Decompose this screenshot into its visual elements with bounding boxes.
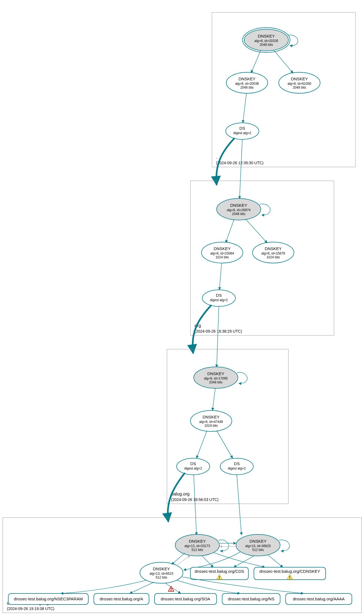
svg-text:digest alg=2: digest alg=2	[210, 298, 228, 302]
svg-text:DNSKEY: DNSKEY	[291, 76, 308, 81]
zone-org: org (2024-09-26 16:38:29 UTC) DNSKEY alg…	[190, 181, 334, 335]
svg-text:DS: DS	[216, 293, 222, 298]
node-dt-nsec3param: dnssec-test.balug.org/NSEC3PARAM	[8, 593, 88, 605]
svg-text:digest alg=2: digest alg=2	[184, 466, 202, 470]
svg-text:dnssec-test.balug.org/A: dnssec-test.balug.org/A	[100, 597, 143, 601]
svg-text:dnssec-test.balug.org/CDS: dnssec-test.balug.org/CDS	[195, 569, 244, 574]
node-root-ds: DS digest alg=2	[226, 123, 259, 139]
dnssec-graph: . (2024-09-26 12:39:30 UTC) DNSKEY alg=8…	[0, 0, 364, 615]
svg-text:alg=13, id=6523: alg=13, id=6523	[150, 572, 173, 576]
svg-text:1024 bits: 1024 bits	[267, 255, 280, 259]
node-org-ksk: DNSKEY alg=8, id=26974 2048 bits	[217, 198, 261, 220]
node-dt-ksk-33173: DNSKEY alg=13, id=33173 512 bits	[175, 534, 219, 556]
error-icon	[168, 586, 174, 591]
node-org-zsk-15678: DNSKEY alg=8, id=15678 1024 bits	[253, 242, 294, 263]
zone-dnssectest: dnssec-test.balug.org (2024-09-26 19:19:…	[3, 518, 362, 613]
svg-text:alg=8, id=20326: alg=8, id=20326	[254, 39, 278, 43]
svg-text:dnssec-test.balug.org/AAAA: dnssec-test.balug.org/AAAA	[293, 597, 345, 601]
svg-text:512 bits: 512 bits	[156, 576, 167, 579]
node-balug-ds2: DS digest alg=2	[220, 458, 253, 475]
svg-text:512 bits: 512 bits	[252, 548, 264, 552]
node-org-zsk-23064: DNSKEY alg=8, id=23064 1024 bits	[201, 242, 243, 263]
svg-text:2048 bits: 2048 bits	[293, 86, 306, 89]
svg-text:dnssec-test.balug.org/NS: dnssec-test.balug.org/NS	[228, 597, 274, 601]
node-dt-ksk-36925: DNSKEY alg=13, id=36925 512 bits	[236, 534, 280, 556]
node-dt-a: dnssec-test.balug.org/A	[94, 593, 149, 605]
svg-text:digest alg=2: digest alg=2	[228, 466, 246, 470]
svg-text:DS: DS	[190, 461, 196, 466]
svg-text:alg=8, id=17095: alg=8, id=17095	[204, 377, 228, 380]
svg-text:dnssec-test.balug.org/NSEC3PAR: dnssec-test.balug.org/NSEC3PARAM	[14, 597, 83, 601]
node-dt-ns: dnssec-test.balug.org/NS	[222, 593, 280, 605]
svg-text:DNSKEY: DNSKEY	[249, 539, 267, 544]
node-balug-ksk: DNSKEY alg=8, id=17095 2048 bits	[194, 367, 238, 388]
svg-text:DNSKEY: DNSKEY	[189, 539, 206, 544]
svg-text:2048 bits: 2048 bits	[260, 43, 273, 47]
svg-text:DNSKEY: DNSKEY	[258, 34, 275, 38]
node-dt-aaaa: dnssec-test.balug.org/AAAA	[286, 593, 352, 605]
svg-text:DNSKEY: DNSKEY	[230, 203, 247, 208]
node-balug-zsk: DNSKEY alg=8, id=47448 1024 bits	[190, 410, 232, 431]
zone-org-timestamp: (2024-09-26 16:38:29 UTC)	[195, 329, 242, 333]
svg-text:dnssec-test.balug.org/CDNSKEY: dnssec-test.balug.org/CDNSKEY	[259, 569, 320, 574]
zone-root-timestamp: (2024-09-26 12:39:30 UTC)	[216, 161, 264, 165]
svg-text:DNSKEY: DNSKEY	[153, 566, 170, 571]
node-dt-zsk-6523: DNSKEY alg=13, id=6523 512 bits	[140, 562, 183, 583]
svg-text:512 bits: 512 bits	[192, 548, 203, 552]
svg-text:DS: DS	[240, 126, 245, 131]
svg-text:DNSKEY: DNSKEY	[238, 76, 256, 81]
svg-text:alg=13, id=33173: alg=13, id=33173	[185, 544, 210, 548]
zone-balug: balug.org (2024-09-26 18:56:03 UTC) DNSK…	[167, 349, 288, 504]
svg-text:alg=8, id=61050: alg=8, id=61050	[288, 82, 311, 86]
node-root-zsk-20038: DNSKEY alg=8, id=20038 2048 bits	[226, 72, 268, 93]
svg-text:DNSKEY: DNSKEY	[207, 371, 224, 376]
svg-text:alg=13, id=36925: alg=13, id=36925	[245, 544, 271, 548]
svg-text:2048 bits: 2048 bits	[240, 86, 254, 89]
svg-text:alg=8, id=15678: alg=8, id=15678	[261, 251, 285, 255]
zone-dnssectest-timestamp: (2024-09-26 19:19:38 UTC)	[7, 606, 54, 611]
svg-text:dnssec-test.balug.org/SOA: dnssec-test.balug.org/SOA	[161, 597, 210, 601]
node-org-ds: DS digest alg=2	[202, 290, 235, 306]
zone-root-label: .	[216, 155, 217, 160]
node-dt-soa: dnssec-test.balug.org/SOA	[155, 593, 217, 605]
svg-text:2048 bits: 2048 bits	[209, 380, 223, 384]
svg-text:1024 bits: 1024 bits	[216, 255, 229, 259]
node-root-ksk: DNSKEY alg=8, id=20326 2048 bits	[243, 28, 290, 52]
svg-text:alg=8, id=26974: alg=8, id=26974	[227, 208, 251, 212]
svg-text:alg=8, id=20038: alg=8, id=20038	[235, 82, 259, 86]
svg-text:DNSKEY: DNSKEY	[203, 415, 220, 419]
svg-text:2048 bits: 2048 bits	[232, 212, 246, 216]
svg-text:DNSKEY: DNSKEY	[214, 246, 231, 251]
svg-text:alg=8, id=47448: alg=8, id=47448	[199, 420, 223, 424]
svg-text:1024 bits: 1024 bits	[204, 424, 218, 428]
zone-root: . (2024-09-26 12:39:30 UTC) DNSKEY alg=8…	[212, 12, 355, 167]
node-dt-cds: dnssec-test.balug.org/CDS	[190, 567, 248, 580]
svg-text:DNSKEY: DNSKEY	[265, 246, 282, 251]
node-root-zsk-61050: DNSKEY alg=8, id=61050 2048 bits	[279, 72, 320, 93]
node-balug-ds1: DS digest alg=2	[177, 458, 210, 475]
svg-text:digest alg=2: digest alg=2	[233, 131, 251, 135]
svg-text:alg=8, id=23064: alg=8, id=23064	[210, 251, 234, 255]
node-dt-cdnskey: dnssec-test.balug.org/CDNSKEY	[254, 567, 326, 580]
zone-balug-label: balug.org	[171, 492, 190, 496]
svg-text:DS: DS	[234, 461, 240, 466]
